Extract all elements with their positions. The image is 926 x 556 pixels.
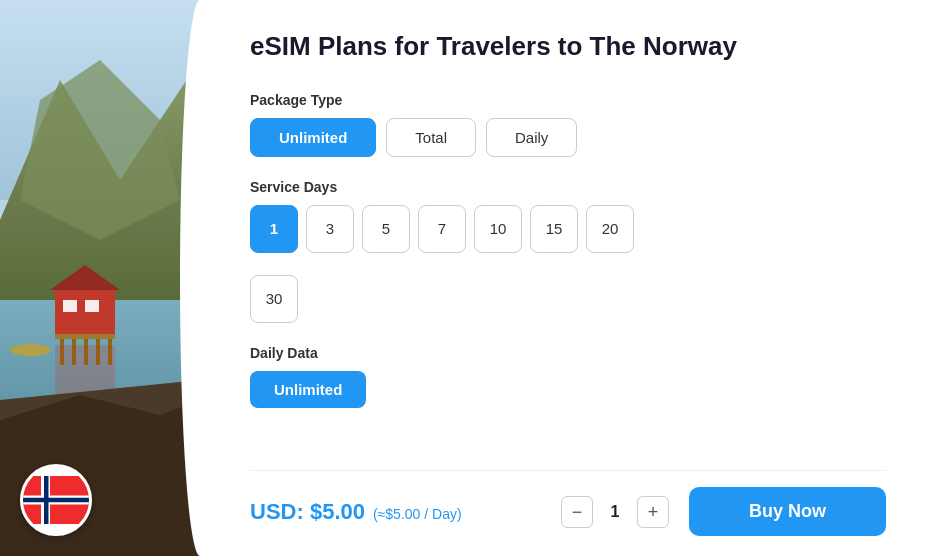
content-panel: eSIM Plans for Travelers to The Norway P… [200, 0, 926, 556]
day-5-button[interactable]: 5 [362, 205, 410, 253]
svg-rect-23 [23, 498, 89, 503]
service-days-label: Service Days [250, 179, 886, 195]
svg-rect-14 [55, 334, 115, 339]
svg-rect-7 [63, 300, 77, 312]
quantity-increment-button[interactable]: + [637, 496, 669, 528]
buy-now-button[interactable]: Buy Now [689, 487, 886, 536]
package-type-total-button[interactable]: Total [386, 118, 476, 157]
page-title: eSIM Plans for Travelers to The Norway [250, 30, 886, 64]
package-type-unlimited-button[interactable]: Unlimited [250, 118, 376, 157]
svg-point-16 [10, 344, 50, 356]
service-days-options: 1 3 5 7 10 15 20 [250, 205, 886, 253]
day-3-button[interactable]: 3 [306, 205, 354, 253]
package-type-daily-button[interactable]: Daily [486, 118, 577, 157]
package-type-section: Package Type Unlimited Total Daily [250, 92, 886, 179]
day-7-button[interactable]: 7 [418, 205, 466, 253]
pricing-bar: USD: $5.00 (≈$5.00 / Day) − 1 + Buy Now [250, 470, 886, 536]
price-label: USD: $5.00 [250, 499, 365, 525]
price-info: USD: $5.00 (≈$5.00 / Day) [250, 499, 462, 525]
quantity-controls: − 1 + [561, 496, 669, 528]
country-flag-badge [20, 464, 92, 536]
quantity-value: 1 [605, 503, 625, 521]
quantity-decrement-button[interactable]: − [561, 496, 593, 528]
package-type-label: Package Type [250, 92, 886, 108]
svg-rect-8 [85, 300, 99, 312]
price-per-day: (≈$5.00 / Day) [373, 506, 462, 522]
hero-image-panel [0, 0, 200, 556]
day-20-button[interactable]: 20 [586, 205, 634, 253]
svg-rect-5 [55, 290, 115, 335]
day-15-button[interactable]: 15 [530, 205, 578, 253]
svg-rect-15 [55, 345, 115, 395]
day-10-button[interactable]: 10 [474, 205, 522, 253]
day-30-button[interactable]: 30 [250, 275, 298, 323]
day-1-button[interactable]: 1 [250, 205, 298, 253]
package-type-options: Unlimited Total Daily [250, 118, 886, 157]
daily-data-section: Daily Data Unlimited [250, 345, 886, 408]
daily-data-label: Daily Data [250, 345, 886, 361]
service-days-section: Service Days 1 3 5 7 10 15 20 30 [250, 179, 886, 345]
service-days-row2: 30 [250, 275, 886, 323]
daily-data-value-button[interactable]: Unlimited [250, 371, 366, 408]
